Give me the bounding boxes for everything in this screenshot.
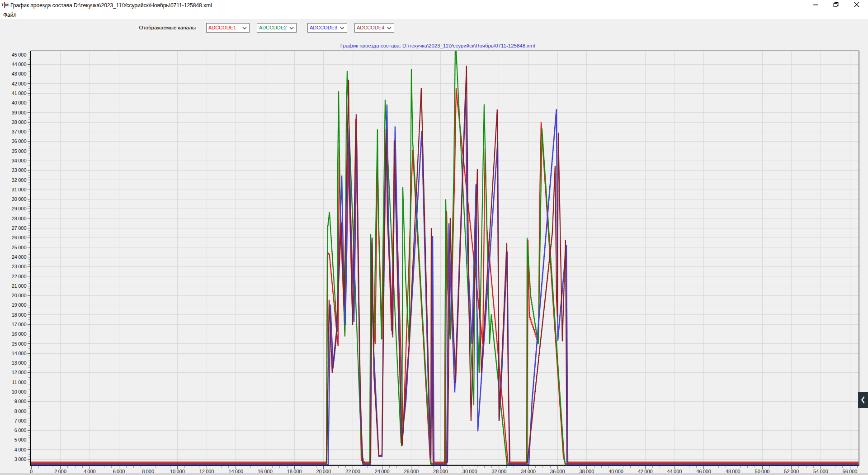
svg-text:28 000: 28 000 bbox=[12, 216, 27, 221]
svg-text:4 000: 4 000 bbox=[14, 447, 27, 452]
svg-text:3 000: 3 000 bbox=[14, 456, 27, 462]
svg-text:26 000: 26 000 bbox=[12, 235, 27, 240]
svg-text:23 000: 23 000 bbox=[12, 264, 27, 269]
svg-text:15 000: 15 000 bbox=[12, 341, 27, 347]
svg-text:10 000: 10 000 bbox=[12, 389, 27, 394]
svg-text:40 000: 40 000 bbox=[12, 100, 27, 105]
svg-text:20 000: 20 000 bbox=[12, 293, 27, 298]
svg-text:42 000: 42 000 bbox=[12, 81, 27, 86]
svg-text:33 000: 33 000 bbox=[12, 167, 27, 173]
svg-text:17 000: 17 000 bbox=[12, 322, 27, 327]
svg-text:41 000: 41 000 bbox=[12, 90, 27, 96]
svg-text:37 000: 37 000 bbox=[12, 129, 27, 134]
svg-text:9 000: 9 000 bbox=[14, 399, 27, 404]
svg-text:16 000: 16 000 bbox=[12, 331, 27, 337]
svg-text:6 000: 6 000 bbox=[14, 428, 27, 433]
svg-text:43 000: 43 000 bbox=[12, 71, 27, 76]
svg-text:25 000: 25 000 bbox=[12, 245, 27, 250]
svg-text:36 000: 36 000 bbox=[12, 138, 27, 144]
svg-text:39 000: 39 000 bbox=[12, 110, 27, 115]
svg-text:т: т bbox=[1, 2, 4, 7]
svg-text:13 000: 13 000 bbox=[12, 360, 27, 366]
svg-text:12 000: 12 000 bbox=[12, 370, 27, 375]
svg-text:м: м bbox=[5, 2, 9, 7]
svg-text:27 000: 27 000 bbox=[12, 225, 27, 231]
svg-text:22 000: 22 000 bbox=[12, 274, 27, 279]
svg-text:19 000: 19 000 bbox=[12, 302, 27, 308]
svg-text:График проезда состава: D:\тек: График проезда состава: D:\текучка\2023_… bbox=[340, 43, 535, 48]
svg-text:29 000: 29 000 bbox=[12, 206, 27, 211]
svg-text:32 000: 32 000 bbox=[12, 177, 27, 183]
svg-text:31 000: 31 000 bbox=[12, 187, 27, 192]
svg-text:11 000: 11 000 bbox=[12, 380, 27, 385]
svg-text:14 000: 14 000 bbox=[12, 351, 27, 356]
svg-text:5 000: 5 000 bbox=[14, 437, 27, 442]
svg-text:38 000: 38 000 bbox=[12, 119, 27, 125]
svg-text:24 000: 24 000 bbox=[12, 254, 27, 260]
svg-text:35 000: 35 000 bbox=[12, 148, 27, 154]
svg-text:44 000: 44 000 bbox=[12, 62, 27, 67]
svg-text:7 000: 7 000 bbox=[14, 418, 27, 423]
svg-text:45 000: 45 000 bbox=[12, 52, 27, 57]
svg-text:34 000: 34 000 bbox=[12, 158, 27, 163]
svg-text:30 000: 30 000 bbox=[12, 196, 27, 202]
svg-text:8 000: 8 000 bbox=[14, 408, 27, 414]
svg-text:18 000: 18 000 bbox=[12, 312, 27, 318]
svg-text:21 000: 21 000 bbox=[12, 283, 27, 289]
